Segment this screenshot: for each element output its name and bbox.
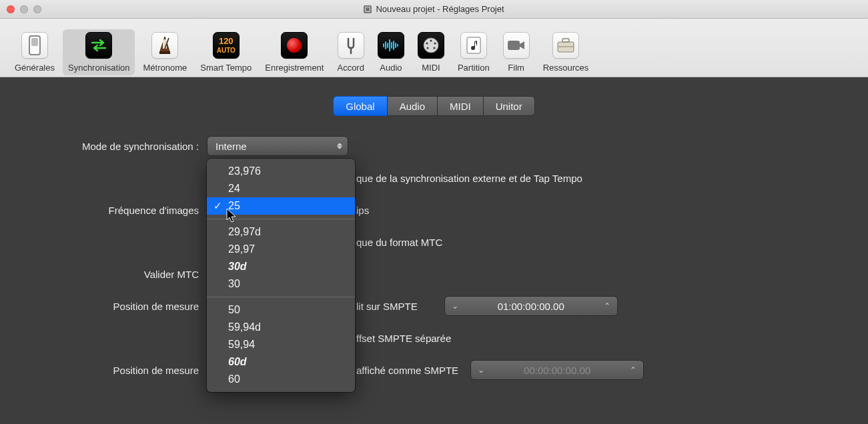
smpte-offset-text: ffset SMPTE séparée (356, 333, 451, 344)
record-icon (281, 32, 308, 59)
menu-item[interactable]: 23,976 (207, 163, 355, 180)
row-bar-position-2: Position de mesure affiché comme SMPTE ⌄… (40, 359, 828, 381)
bar-position-label: Position de mesure (40, 301, 207, 312)
bar-position-label-2: Position de mesure (40, 365, 207, 376)
row-frame-rate: Fréquence d'images ips (40, 199, 828, 221)
svg-rect-20 (508, 41, 520, 50)
chevron-up-icon: ⌃ (630, 365, 636, 375)
toolbar-label: Accord (337, 63, 364, 73)
toolbar-item-metronome[interactable]: Métronome (137, 29, 192, 75)
toolbar-item-midi[interactable]: MIDI (412, 29, 450, 75)
menu-item[interactable]: 50 (207, 301, 355, 319)
chevron-updown-icon (337, 143, 342, 149)
midi-port-icon (418, 32, 444, 59)
toolbar-label: Partition (458, 63, 490, 73)
toolbar-label: Métronome (143, 63, 187, 73)
toolbar-item-audio[interactable]: Audio (372, 29, 410, 75)
row-smpte-offset-text: ffset SMPTE séparée (40, 327, 828, 349)
toolbar: Générales Synchronisation Métronome 120 … (0, 19, 868, 77)
toolbar-item-general[interactable]: Générales (9, 29, 60, 75)
chevron-down-icon: ⌄ (452, 301, 458, 311)
menu-separator (207, 219, 355, 219)
toolbar-label: Synchronisation (68, 63, 130, 73)
menu-item[interactable]: 29,97d (207, 223, 355, 241)
row-bar-position-1: Position de mesure lit sur SMPTE ⌄ 01:00… (40, 295, 828, 317)
sync-tabs: Global Audio MIDI Unitor (0, 96, 868, 116)
frame-rate-label: Fréquence d'images (40, 205, 207, 216)
toolbar-label: Film (508, 63, 524, 73)
toolbar-label: MIDI (422, 63, 440, 73)
smpte-field-1[interactable]: ⌄ 01:00:00:00.00 ⌃ (444, 296, 618, 316)
toolbar-label: Générales (15, 63, 55, 73)
toolbar-item-score[interactable]: Partition (452, 29, 495, 75)
tab-audio[interactable]: Audio (387, 96, 437, 116)
mtc-format-text: que du format MTC (356, 237, 442, 248)
menu-item[interactable]: 24 (207, 180, 355, 197)
svg-point-15 (426, 43, 428, 45)
toolbar-item-smart-tempo[interactable]: 120 AUTO Smart Tempo (195, 29, 257, 75)
toolbar-item-film[interactable]: Film (498, 29, 535, 75)
frame-rate-menu[interactable]: 23,976242529,97d29,9730d305059,94d59,946… (207, 159, 355, 392)
row-ext-sync-text: que de la synchronisation externe et de … (40, 167, 828, 189)
bar-position-text-2: affiché comme SMPTE (356, 365, 458, 376)
metronome-icon (151, 32, 178, 59)
tempo-number: 120 (217, 37, 236, 46)
svg-point-14 (430, 40, 432, 42)
smpte-field-2[interactable]: ⌄ 00:00:00:00.00 ⌃ (470, 360, 644, 380)
row-sync-mode: Mode de synchronisation : Interne (40, 135, 828, 157)
row-validate-mtc: Valider MTC (40, 263, 828, 285)
svg-point-18 (433, 47, 435, 49)
svg-point-17 (426, 47, 428, 49)
smart-tempo-icon: 120 AUTO (213, 32, 240, 59)
menu-item[interactable]: 59,94 (207, 336, 355, 353)
bar-position-text: lit sur SMPTE (356, 301, 418, 312)
toolbar-label: Enregistrement (265, 63, 324, 73)
tab-unitor[interactable]: Unitor (483, 96, 535, 116)
toolbar-item-assets[interactable]: Ressources (538, 29, 594, 75)
smpte-value-2: 00:00:00:00.00 (524, 365, 590, 376)
menu-item[interactable]: 59,94d (207, 319, 355, 336)
menu-item[interactable]: 60 (207, 371, 355, 388)
content-area: Global Audio MIDI Unitor Mode de synchro… (0, 77, 868, 424)
toolbar-label: Ressources (543, 63, 589, 73)
menu-item[interactable]: 30d (207, 258, 355, 275)
svg-point-16 (434, 43, 436, 45)
validate-mtc-label: Valider MTC (40, 269, 207, 280)
tuning-fork-icon (338, 32, 364, 59)
svg-marker-21 (520, 41, 524, 49)
tab-midi[interactable]: MIDI (437, 96, 483, 116)
toolbar-label: Smart Tempo (200, 63, 252, 73)
menu-separator (207, 297, 355, 297)
window-title: Nouveau projet - Réglages Projet (0, 4, 868, 14)
menu-item[interactable]: 60d (207, 353, 355, 371)
sync-mode-label: Mode de synchronisation : (40, 141, 207, 152)
toolbar-item-sync[interactable]: Synchronisation (63, 29, 135, 75)
frame-rate-unit: ips (356, 205, 369, 216)
ext-sync-text: que de la synchronisation externe et de … (356, 173, 582, 184)
waveform-icon (378, 32, 404, 59)
camera-icon (503, 32, 530, 59)
sync-mode-select[interactable]: Interne (207, 136, 348, 156)
menu-item[interactable]: 29,97 (207, 241, 355, 258)
row-mtc-format-text: que du format MTC (40, 231, 828, 253)
app-icon (364, 5, 372, 13)
briefcase-icon (552, 32, 579, 59)
toolbar-item-tuning[interactable]: Accord (332, 29, 369, 75)
svg-rect-19 (467, 37, 480, 53)
svg-rect-3 (159, 51, 170, 54)
score-icon (460, 32, 487, 59)
light-switch-icon (21, 32, 48, 59)
chevron-up-icon: ⌃ (604, 301, 610, 311)
tab-global[interactable]: Global (333, 96, 386, 116)
toolbar-item-record[interactable]: Enregistrement (260, 29, 329, 75)
smpte-value-1: 01:00:00:00.00 (498, 301, 564, 312)
window-title-text: Nouveau projet - Réglages Projet (376, 4, 504, 14)
chevron-down-icon: ⌄ (478, 365, 484, 375)
titlebar: Nouveau projet - Réglages Projet (0, 0, 868, 19)
sync-mode-value: Interne (215, 141, 247, 152)
tempo-auto: AUTO (217, 47, 236, 54)
menu-item[interactable]: 25 (207, 197, 355, 215)
svg-rect-23 (562, 39, 569, 42)
toolbar-label: Audio (380, 63, 402, 73)
menu-item[interactable]: 30 (207, 275, 355, 293)
